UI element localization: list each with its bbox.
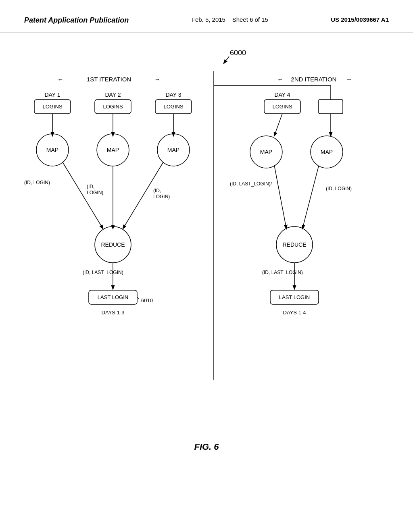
diagram-area: 6000 ← — — —1ST ITERATION— — — → ← —2ND … [0,33,413,476]
sheet-info: Sheet 6 of 15 [232,16,268,23]
edge-label-id-last-login-right-top: (ID, LAST_LOGIN)/ [230,181,272,187]
last-login-left: LAST LOGIN [98,294,128,300]
reduce-right: REDUCE [282,241,306,248]
edge-label-id-last-login-right: (ID, LAST_LOGIN) [262,270,303,275]
page-header: Patent Application Publication Feb. 5, 2… [0,0,413,33]
figure-label: FIG. 6 [194,442,219,452]
svg-line-24 [302,166,319,229]
day4-label: DAY 4 [274,91,290,98]
map-day3: MAP [167,147,179,153]
edge-label-id-login-2b: LOGIN) [87,190,103,195]
edge-label-id-login-3: (ID, [153,188,161,193]
days-1-3: DAYS 1-3 [102,310,125,316]
map-day1: MAP [46,147,58,153]
day1-label: DAY 1 [44,91,60,98]
diagram-svg: 6000 ← — — —1ST ITERATION— — — → ← —2ND … [0,33,413,476]
logins-day1: LOGINS [42,104,62,110]
iteration-1-label: ← — — —1ST ITERATION— — — → [57,76,160,83]
publication-date: Feb. 5, 2015 [192,16,225,23]
svg-rect-18 [319,100,343,114]
svg-line-19 [274,114,282,136]
iteration-2-label: ← —2ND ITERATION — → [277,76,352,83]
logins-day3: LOGINS [163,104,183,110]
day3-label: DAY 3 [165,91,181,98]
map-day4-left: MAP [260,149,272,155]
reduce-left: REDUCE [101,241,125,248]
map-day2: MAP [107,147,119,153]
logins-day4: LOGINS [272,104,292,110]
edge-label-id-login-1: (ID, LOGIN) [24,180,50,185]
patent-number: US 2015/0039667 A1 [331,16,389,23]
map-day4-right: MAP [321,149,333,155]
publication-title: Patent Application Publication [24,16,129,25]
edge-label-id-last-login-left: (ID, LAST_LOGIN) [83,270,123,275]
label-6010: 6010 [141,297,153,303]
svg-line-23 [274,165,286,229]
edge-label-id-login-right: (ID, LOGIN) [326,186,352,191]
edge-label-id-login-2: (ID, [87,184,94,189]
header-center: Feb. 5, 2015 Sheet 6 of 15 [192,16,268,23]
last-login-right: LAST LOGIN [279,294,310,300]
days-1-4: DAYS 1-4 [283,310,306,316]
day2-label: DAY 2 [105,91,121,98]
edge-label-id-login-3b: LOGIN) [153,194,170,200]
diagram-id: 6000 [230,49,246,57]
logins-day2: LOGINS [103,104,123,110]
